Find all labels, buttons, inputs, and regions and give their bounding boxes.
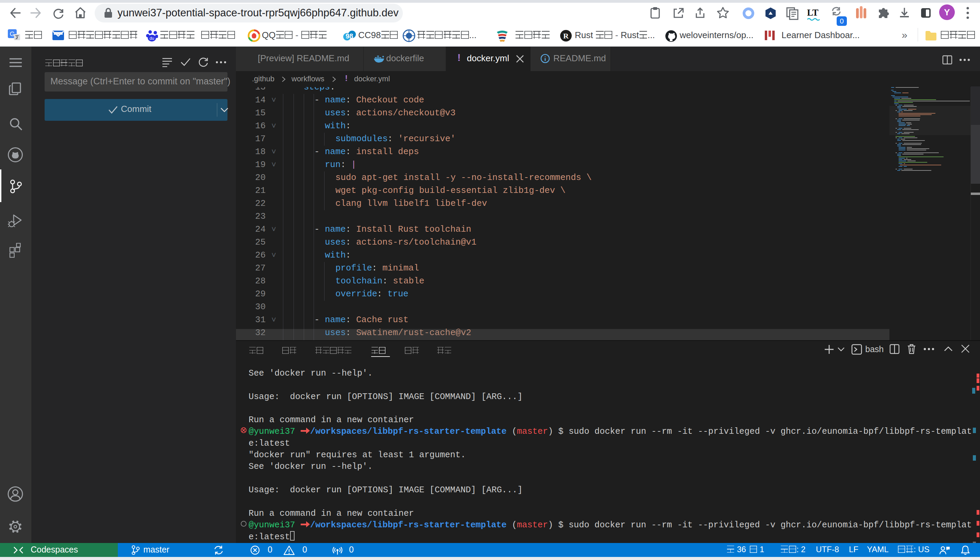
svg-text:98: 98 — [346, 32, 353, 40]
svg-text:du: du — [149, 36, 154, 41]
svg-text:R: R — [563, 32, 569, 40]
